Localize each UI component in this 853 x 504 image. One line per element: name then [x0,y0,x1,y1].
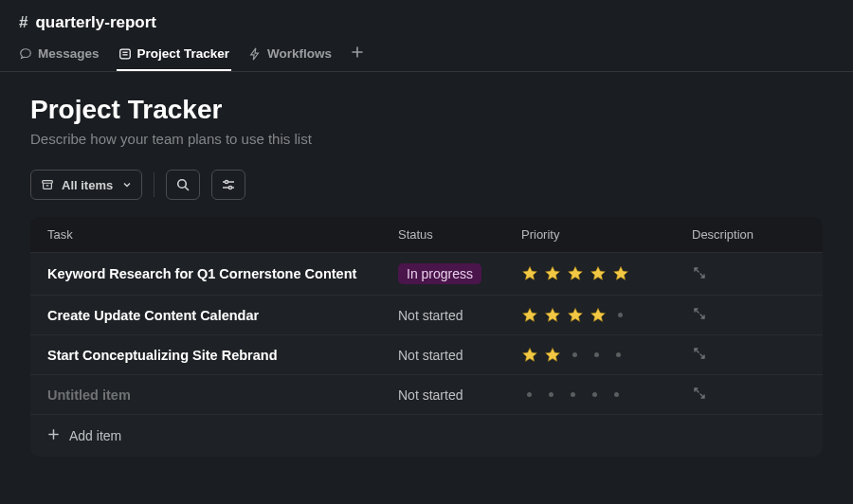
search-button[interactable] [166,170,200,200]
settings-button[interactable] [211,170,245,200]
svg-point-10 [229,186,232,189]
task-status[interactable]: In progress [398,263,521,284]
tab-messages[interactable]: Messages [19,46,100,70]
list-toolbar: All items [30,170,823,200]
star-icon [521,307,538,324]
svg-rect-3 [43,181,53,184]
add-tab-button[interactable] [351,45,364,71]
table-row[interactable]: Untitled itemNot started [30,374,823,414]
col-status: Status [398,227,521,242]
tab-workflows-label: Workflows [267,46,332,61]
chevron-down-icon [122,180,132,189]
search-icon [175,177,191,192]
table-row[interactable]: Keyword Research for Q1 Cornerstone Cont… [30,252,823,295]
task-status[interactable]: Not started [398,308,521,323]
star-icon [590,307,607,324]
priority-stars[interactable] [521,265,692,282]
star-empty-dot [549,392,554,397]
messages-icon [19,47,32,61]
expand-icon[interactable] [692,309,707,324]
col-task: Task [47,227,398,242]
priority-stars[interactable] [521,307,692,324]
star-empty-dot [594,352,599,357]
star-empty-dot [592,392,597,397]
svg-point-8 [226,180,228,183]
expand-icon[interactable] [692,388,707,404]
description-cell[interactable] [692,386,806,404]
content-area: Project Tracker Describe how your team p… [0,72,853,479]
page-subtitle: Describe how your team plans to use this… [30,131,823,147]
add-item-button[interactable]: Add item [30,414,823,457]
star-empty-dot [614,392,619,397]
expand-icon[interactable] [692,268,707,283]
task-name: Start Conceptualizing Site Rebrand [47,348,398,363]
channel-header: # quarterly-report [0,0,853,32]
priority-stars[interactable] [521,347,692,364]
star-empty-dot [572,352,577,357]
svg-line-6 [185,187,188,189]
archive-icon [41,178,54,191]
star-empty-dot [616,352,621,357]
task-status[interactable]: Not started [398,348,521,363]
star-icon [612,265,629,282]
toolbar-divider [154,172,154,197]
status-pill: In progress [398,263,481,284]
tabs-bar: Messages Project Tracker Workflows [0,32,853,72]
plus-icon [351,45,364,59]
col-description: Description [692,227,806,242]
star-empty-dot [618,313,623,317]
channel-name: quarterly-report [35,13,156,32]
hash-icon: # [19,13,27,32]
star-icon [544,265,561,282]
star-empty-dot [527,392,532,397]
add-item-label: Add item [69,428,121,443]
star-icon [590,265,607,282]
filter-label: All items [62,178,113,192]
col-priority: Priority [521,227,692,242]
star-icon [521,265,538,282]
svg-rect-0 [119,49,130,59]
star-empty-dot [571,392,575,397]
sliders-icon [221,177,236,192]
description-cell[interactable] [692,306,806,324]
task-name: Create Update Content Calendar [47,308,398,323]
filter-button[interactable]: All items [30,170,142,200]
table-row[interactable]: Start Conceptualizing Site RebrandNot st… [30,334,823,374]
table-header: Task Status Priority Description [30,217,823,252]
task-name: Untitled item [47,387,398,403]
tab-messages-label: Messages [38,46,100,61]
tracker-table: Task Status Priority Description Keyword… [30,217,823,457]
page-title: Project Tracker [30,95,823,125]
task-status[interactable]: Not started [398,387,521,403]
description-cell[interactable] [692,346,806,364]
tab-workflows[interactable]: Workflows [248,46,332,70]
task-name: Keyword Research for Q1 Cornerstone Cont… [47,266,398,281]
channel-title[interactable]: # quarterly-report [19,13,834,32]
table-row[interactable]: Create Update Content CalendarNot starte… [30,295,823,334]
star-icon [567,265,584,282]
plus-icon [47,428,60,443]
tab-project-tracker[interactable]: Project Tracker [118,46,230,70]
tab-project-tracker-label: Project Tracker [137,46,230,61]
star-icon [544,347,561,364]
list-icon [118,47,132,61]
star-icon [567,307,584,324]
expand-icon[interactable] [692,349,707,364]
bolt-icon [248,47,262,61]
star-icon [521,347,538,364]
description-cell[interactable] [692,265,806,283]
star-icon [544,307,561,324]
priority-stars[interactable] [521,392,692,397]
